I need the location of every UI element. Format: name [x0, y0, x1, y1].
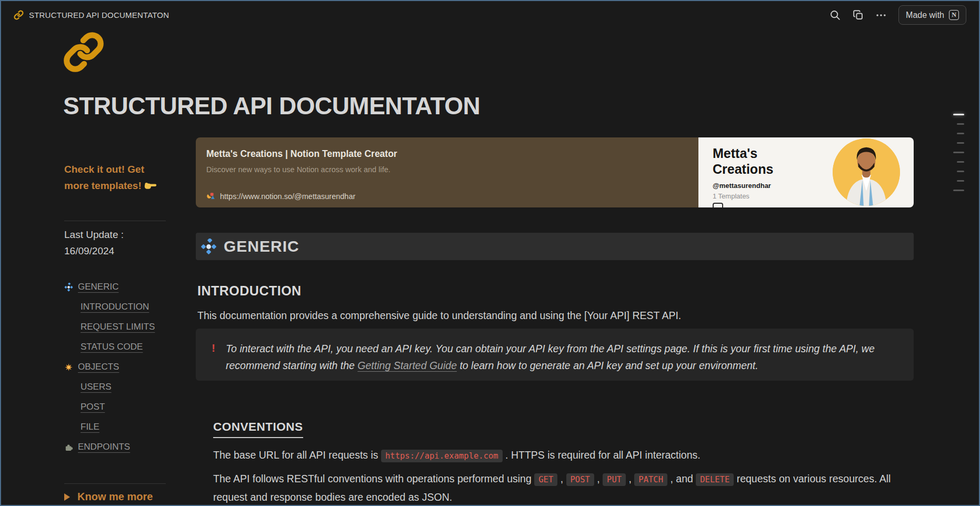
know-me-more-label: Know me more — [77, 491, 153, 503]
duplicate-icon[interactable] — [852, 9, 864, 21]
minimap-dash-0[interactable] — [953, 114, 964, 115]
section-title: GENERIC — [224, 237, 299, 255]
introduction-text: This documentation provides a comprehens… — [197, 310, 681, 322]
introduction-heading: INTRODUCTION — [197, 283, 302, 299]
minimap-dash-2[interactable] — [957, 133, 964, 134]
toc-item-introduction[interactable]: INTRODUCTION — [64, 297, 167, 317]
more-icon[interactable] — [875, 9, 887, 21]
notion-so-favicon — [206, 192, 215, 201]
diamond-icon — [64, 283, 73, 292]
toc-item-objects[interactable]: OBJECTS — [64, 357, 167, 377]
http-method-code-delete: DELETE — [696, 473, 734, 486]
minimap-dash-7[interactable] — [957, 180, 964, 182]
exclamation-icon: ! — [212, 340, 215, 381]
toc-label: USERS — [81, 382, 112, 392]
divider — [64, 221, 166, 221]
last-update-date: 16/09/2024 — [64, 245, 114, 257]
toc-label: INTRODUCTION — [81, 302, 149, 312]
embed-title: Metta's Creations | Notion Template Crea… — [206, 148, 698, 160]
minimap-dash-4[interactable] — [953, 152, 964, 153]
last-update-label: Last Update : — [64, 229, 124, 241]
creator-template-count: 1 Templates — [713, 192, 749, 200]
conventions-p2: The API follows RESTful conventions with… — [213, 470, 914, 506]
embed-url-row[interactable]: https://www.notion.so/@mettasurendhar — [206, 192, 355, 201]
minimap-dash-8[interactable] — [953, 190, 964, 191]
toc-item-request-limits[interactable]: REQUEST LIMITS — [64, 317, 167, 337]
toc-label: GENERIC — [78, 282, 118, 292]
api-key-callout: ! To interact with the API, you need an … — [196, 329, 914, 381]
minimap-dash-3[interactable] — [957, 142, 964, 144]
toc-label: OBJECTS — [78, 362, 119, 372]
minimap-dash-6[interactable] — [957, 171, 964, 172]
toc-label: FILE — [81, 422, 99, 432]
topbar-page-title: STRUCTURED API DOCUMENTATON — [29, 11, 169, 19]
notion-logo-partial-icon — [713, 203, 723, 207]
creator-profile-card[interactable]: Metta's Creations @mettasurendhar 1 Temp… — [698, 137, 914, 207]
conventions-p1: The base URL for all API requests is htt… — [213, 449, 914, 461]
toc-item-post[interactable]: POST — [64, 397, 167, 417]
templates-cta-label: Check it out! Get more templates! — [64, 164, 144, 191]
http-method-code-get: GET — [534, 473, 557, 486]
getting-started-guide-link[interactable]: Getting Started Guide — [357, 360, 457, 371]
toggle-triangle-icon — [64, 493, 70, 501]
table-of-contents: GENERICINTRODUCTIONREQUEST LIMITSSTATUS … — [64, 277, 167, 457]
toc-item-status-code[interactable]: STATUS CODE — [64, 337, 167, 357]
creator-name: Metta's Creations — [713, 145, 810, 177]
base-url-code: https://api.example.com — [381, 450, 503, 462]
minimap-dash-1[interactable] — [957, 123, 964, 125]
star-icon — [64, 363, 73, 372]
minimap-dash-5[interactable] — [957, 161, 964, 163]
templates-cta-link[interactable]: Check it out! Get more templates! — [64, 161, 167, 194]
toc-item-users[interactable]: USERS — [64, 377, 167, 397]
know-me-more-toggle[interactable]: Know me more — [64, 491, 153, 503]
section-header-generic: GENERIC — [196, 233, 914, 260]
toc-item-file[interactable]: FILE — [64, 417, 167, 437]
outline-minimap — [953, 114, 964, 191]
toc-label: REQUEST LIMITS — [81, 322, 155, 332]
diamond-icon — [201, 239, 217, 255]
page-title: STRUCTURED API DOCUMENTATON — [63, 92, 480, 120]
breadcrumb[interactable]: STRUCTURED API DOCUMENTATON — [14, 10, 169, 20]
made-with-notion-button[interactable]: Made with N — [898, 5, 966, 25]
link-icon — [14, 10, 24, 20]
p1-after: . HTTPS is required for all API interact… — [503, 449, 701, 461]
toc-item-generic[interactable]: GENERIC — [64, 277, 167, 297]
toc-label: STATUS CODE — [81, 342, 143, 352]
http-method-code-patch: PATCH — [634, 473, 667, 486]
callout-text-after: to learn how to generate an API key and … — [457, 360, 758, 371]
toc-label: POST — [81, 402, 105, 412]
made-with-label: Made with — [906, 11, 944, 20]
toc-label: ENDPOINTS — [78, 442, 130, 452]
creator-avatar — [833, 138, 900, 206]
conventions-section: CONVENTIONS The base URL for all API req… — [213, 420, 914, 506]
pointing-hand-icon — [144, 181, 157, 190]
toc-item-endpoints[interactable]: ENDPOINTS — [64, 437, 167, 457]
notion-profile-embed[interactable]: Metta's Creations | Notion Template Crea… — [196, 137, 914, 207]
callout-text: To interact with the API, you need an AP… — [226, 340, 900, 381]
puzzle-icon — [64, 443, 73, 452]
topbar: STRUCTURED API DOCUMENTATON Made with N — [0, 0, 980, 30]
embed-description: Discover new ways to use Notion across w… — [206, 165, 698, 174]
p1-before: The base URL for all API requests is — [213, 449, 381, 461]
notion-logo-icon: N — [949, 10, 959, 20]
embed-url: https://www.notion.so/@mettasurendhar — [220, 192, 355, 201]
conventions-heading: CONVENTIONS — [213, 420, 303, 438]
creator-handle: @mettasurendhar — [713, 182, 771, 190]
chain-link-icon — [63, 32, 104, 73]
divider — [64, 483, 166, 484]
http-method-code-put: PUT — [603, 473, 626, 486]
http-method-code-post: POST — [566, 473, 594, 486]
embed-info: Metta's Creations | Notion Template Crea… — [196, 137, 698, 207]
search-icon[interactable] — [829, 9, 841, 21]
